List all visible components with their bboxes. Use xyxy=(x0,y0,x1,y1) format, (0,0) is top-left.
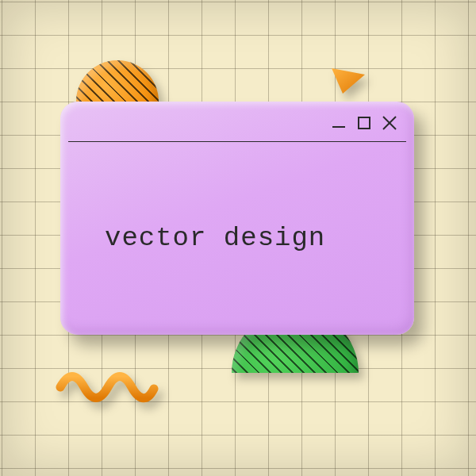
artboard: vector design xyxy=(0,0,476,476)
close-icon[interactable] xyxy=(381,114,398,132)
svg-marker-0 xyxy=(332,68,365,94)
maximize-icon[interactable] xyxy=(355,114,373,132)
decor-triangle-orange xyxy=(330,67,367,98)
retro-window: vector design xyxy=(60,102,414,335)
svg-rect-2 xyxy=(359,117,370,129)
window-content: vector design xyxy=(60,141,414,335)
minimize-icon[interactable] xyxy=(330,114,347,132)
window-controls xyxy=(330,114,398,132)
window-text: vector design xyxy=(105,223,325,253)
decor-squiggle-orange xyxy=(56,365,159,408)
